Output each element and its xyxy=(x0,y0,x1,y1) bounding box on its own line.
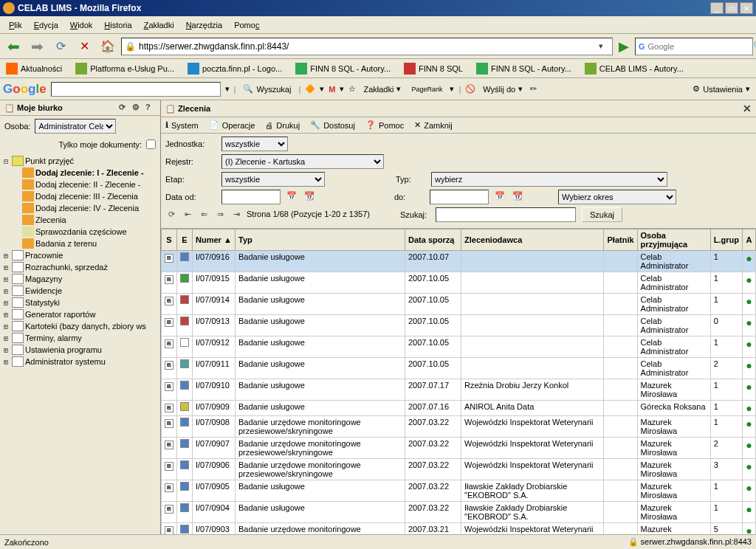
settings-icon[interactable]: ⚙ xyxy=(132,103,142,113)
pager-first-icon[interactable]: ⇤ xyxy=(182,210,193,219)
table-row[interactable]: B I/07/0912 Badanie usługowe 2007.10.05 … xyxy=(162,336,756,358)
bookmark-item[interactable]: FINN 8 SQL xyxy=(401,61,466,76)
url-input[interactable] xyxy=(139,41,596,52)
table-row[interactable]: B I/07/0916 Badanie usługowe 2007.10.07 … xyxy=(162,251,756,272)
col-platnik[interactable]: Płatnik xyxy=(604,229,637,251)
google-wyszukaj[interactable]: 🔍Wyszukaj xyxy=(240,83,294,95)
go-button[interactable]: ▶ xyxy=(616,38,632,55)
col-numer[interactable]: Numer ▲ xyxy=(193,229,236,251)
home-button[interactable]: 🏠 xyxy=(97,36,118,57)
table-row[interactable]: B I/07/0913 Badanie usługowe 2007.10.05 … xyxy=(162,315,756,336)
menu-operacje[interactable]: 📄Operacje xyxy=(209,120,255,130)
tree-pracownie[interactable]: ⊞Pracownie xyxy=(1,249,159,261)
table-row[interactable]: B I/07/0906 Badanie urzędowe monitoringo… xyxy=(162,459,756,480)
col-data[interactable]: Data sporzą xyxy=(405,229,461,251)
tree-dodaj-4[interactable]: Dodaj zlecenie: IV - Zlecenia xyxy=(12,202,159,214)
osoba-select[interactable]: Administrator Celab xyxy=(35,119,116,134)
tree-kartoteki[interactable]: ⊞Kartoteki (bazy danych, zbiory ws xyxy=(1,320,159,332)
feed-icon[interactable]: 🔶 xyxy=(305,84,315,94)
col-a[interactable]: A xyxy=(743,229,756,251)
table-row[interactable]: B I/07/0914 Badanie usługowe 2007.10.05 … xyxy=(162,294,756,315)
col-osoba[interactable]: Osoba przyjmująca xyxy=(637,229,710,251)
bookmark-item[interactable]: Aktualności xyxy=(3,61,65,76)
pager-next-icon[interactable]: ⇒ xyxy=(214,210,226,219)
forward-button[interactable]: ➡ xyxy=(27,36,47,57)
bookmark-item[interactable]: Platforma e-Usług Pu... xyxy=(72,61,177,76)
col-zlecen[interactable]: Zleceniodawca xyxy=(461,229,604,251)
tree-terminy[interactable]: ⊞Terminy, alarmy xyxy=(1,332,159,344)
rejestr-select[interactable]: (I) Zlecenie - Kartuska xyxy=(221,154,384,169)
col-s[interactable]: S xyxy=(162,229,177,251)
refresh-icon[interactable]: ⟳ xyxy=(119,103,129,113)
szukaj-button[interactable]: Szukaj xyxy=(582,207,622,222)
tree-ewidencje[interactable]: ⊞Ewidencje xyxy=(1,285,159,297)
table-row[interactable]: B I/07/0915 Badanie usługowe 2007.10.05 … xyxy=(162,272,756,294)
tree-dodaj-2[interactable]: Dodaj zlecenie: II - Zlecenie - xyxy=(12,179,159,190)
block-icon[interactable]: 🚫 xyxy=(465,84,475,94)
google-search-input[interactable] xyxy=(51,82,221,97)
gmail-icon[interactable]: M xyxy=(329,85,335,94)
bookmark-item[interactable]: FINN 8 SQL - Autory... xyxy=(292,61,394,76)
menu-drukuj[interactable]: 🖨Drukuj xyxy=(265,121,300,130)
menu-pomoc[interactable]: ❓Pomoc xyxy=(365,120,404,130)
menu-plik[interactable]: Plik xyxy=(3,19,28,31)
bookmark-item[interactable]: poczta.finn.pl - Logo... xyxy=(185,61,285,76)
tree-magazyny[interactable]: ⊞Magazyny xyxy=(1,273,159,285)
col-typ[interactable]: Typ xyxy=(236,229,405,251)
table-row[interactable]: B I/07/0910 Badanie usługowe 2007.07.17 … xyxy=(162,379,756,401)
menu-narzedzia[interactable]: Narzędzia xyxy=(180,19,229,31)
google-ustawienia[interactable]: ⚙Ustawienia▾ xyxy=(690,83,753,95)
menu-historia[interactable]: Historia xyxy=(98,19,137,31)
szukaj-input[interactable] xyxy=(436,207,576,222)
highlight-icon[interactable]: ✏ xyxy=(530,84,537,94)
menu-system[interactable]: ℹSystem xyxy=(165,120,199,130)
bookmark-item[interactable]: CELAB LIMS - Autory... xyxy=(582,61,687,76)
search-bar[interactable]: G 🔍 xyxy=(635,38,753,55)
table-row[interactable]: B I/07/0905 Badanie usługowe 2007.03.22 … xyxy=(162,480,756,502)
calendar-icon[interactable]: 📆 xyxy=(512,191,524,203)
tylko-moje-checkbox[interactable] xyxy=(146,139,156,149)
calendar-icon[interactable]: 📆 xyxy=(304,191,316,203)
menu-pomoc[interactable]: Pomoc xyxy=(228,19,265,31)
tree-generator[interactable]: ⊞Generator raportów xyxy=(1,308,159,320)
tree-dodaj-1[interactable]: Dodaj zlecenie: I - Zlecenie - xyxy=(12,167,159,179)
menu-zakladki[interactable]: Zakładki xyxy=(138,19,180,31)
pager-prev-icon[interactable]: ⇐ xyxy=(198,210,210,219)
col-lgrup[interactable]: L.grup xyxy=(710,229,742,251)
reload-button[interactable]: ⟳ xyxy=(50,36,71,57)
col-e[interactable]: E xyxy=(177,229,193,251)
google-wyslij[interactable]: Wyślij do▾ xyxy=(480,83,526,95)
tree-punkt-przyjec[interactable]: ⊟ Punkt przyjęć xyxy=(1,155,159,167)
help-icon[interactable]: ? xyxy=(145,103,156,113)
tree-admin[interactable]: ⊞Administrator systemu xyxy=(1,356,159,367)
tree-sprawozdania[interactable]: Sprawozdania częściowe xyxy=(12,226,159,238)
close-button[interactable]: ✕ xyxy=(740,2,753,14)
pager-refresh-icon[interactable]: ⟳ xyxy=(165,210,177,219)
tree-zlecenia[interactable]: Zlecenia xyxy=(12,214,159,226)
google-pagerank[interactable]: PageRank xyxy=(408,84,445,94)
typ-select[interactable]: wybierz xyxy=(431,172,667,187)
stop-button[interactable]: ✕ xyxy=(74,36,94,57)
menu-dostosuj[interactable]: 🔧Dostosuj xyxy=(310,120,355,130)
data-od-input[interactable] xyxy=(221,190,281,204)
table-row[interactable]: B I/07/0911 Badanie usługowe 2007.10.05 … xyxy=(162,358,756,379)
pager-last-icon[interactable]: ⇥ xyxy=(230,210,242,219)
table-row[interactable]: B I/07/0908 Badanie urzędowe monitoringo… xyxy=(162,416,756,438)
search-input[interactable] xyxy=(648,42,750,51)
tree-rozrachunki[interactable]: ⊞Rozrachunki, sprzedaż xyxy=(1,261,159,273)
star-icon[interactable]: ☆ xyxy=(348,84,356,94)
tree-ustawienia[interactable]: ⊞Ustawienia programu xyxy=(1,344,159,356)
table-row[interactable]: B I/07/0903 Badanie urzędowe monitoringo… xyxy=(162,523,756,535)
table-row[interactable]: B I/07/0909 Badanie usługowe 2007.07.16 … xyxy=(162,401,756,416)
table-row[interactable]: B I/07/0904 Badanie usługowe 2007.03.22 … xyxy=(162,502,756,523)
minimize-button[interactable]: _ xyxy=(710,2,724,14)
table-row[interactable]: B I/07/0907 Badanie urzędowe monitoringo… xyxy=(162,438,756,459)
calendar-icon[interactable]: 📅 xyxy=(286,191,298,203)
menu-widok[interactable]: Widok xyxy=(64,19,99,31)
url-bar[interactable]: 🔒 ▾ xyxy=(121,38,613,55)
search-icon[interactable]: 🔍 xyxy=(753,41,756,51)
menu-edycja[interactable]: Edycja xyxy=(28,19,64,31)
etap-select[interactable]: wszystkie xyxy=(221,172,325,187)
back-button[interactable]: ⬅ xyxy=(3,36,24,57)
data-do-input[interactable] xyxy=(430,190,489,204)
